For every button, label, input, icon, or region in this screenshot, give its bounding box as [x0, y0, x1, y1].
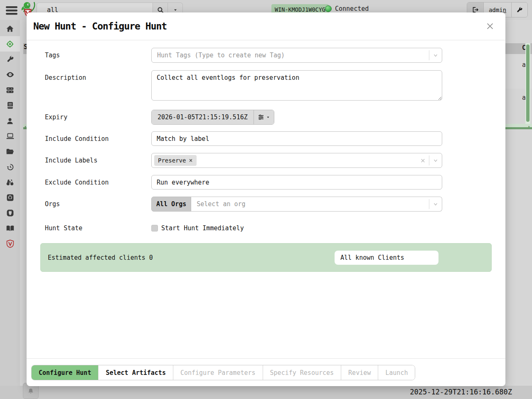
chevron-down-icon[interactable]	[429, 50, 442, 60]
table-vertical-scrollbar[interactable]	[525, 43, 530, 124]
orgs-label: Orgs	[33, 200, 151, 208]
tags-row: Tags Hunt Tags (Type to create new Tag)	[33, 48, 499, 63]
modal-footer: Configure Hunt Select Artifacts Configur…	[27, 358, 505, 386]
sidebar-item-velociraptor-brand[interactable]	[0, 236, 20, 251]
modal-close-button[interactable]	[485, 21, 495, 31]
sidebar-item-server-artifacts[interactable]	[0, 52, 20, 67]
description-row: Description Collect all eventlogs for pr…	[33, 70, 499, 102]
estimated-clients-alert: Estimated affected clients 0 All known C…	[40, 243, 492, 272]
notebook-icon	[6, 101, 14, 109]
sidebar-item-home[interactable]	[0, 21, 20, 36]
step-review[interactable]: Review	[341, 365, 378, 380]
laptop-icon	[6, 132, 15, 140]
step-select-artifacts[interactable]: Select Artifacts	[99, 365, 173, 380]
expiry-label: Expiry	[33, 113, 151, 121]
status-bar: 2025-12-29T21:16:16.680Z	[0, 386, 532, 399]
new-hunt-modal: New Hunt - Configure Hunt Tags Hunt Tags…	[27, 12, 505, 386]
include-condition-select[interactable]	[151, 131, 442, 146]
org-select[interactable]: Select an org	[191, 197, 442, 212]
settings-wrench-icon	[516, 7, 523, 13]
hunt-crosshair-icon	[6, 40, 14, 48]
estimated-clients-text: Estimated affected clients 0	[48, 254, 153, 261]
velociraptor-shield-icon	[6, 239, 14, 248]
connection-status-label: Connected	[335, 5, 369, 12]
hunt-state-label: Hunt State	[33, 224, 151, 232]
sidebar-item-search-binoculars[interactable]	[0, 175, 20, 190]
eye-icon	[6, 70, 15, 79]
remove-label-icon[interactable]	[189, 158, 193, 163]
sidebar-item-notebook[interactable]	[0, 98, 20, 113]
label-chip: Preserve	[154, 155, 197, 166]
history-icon	[6, 163, 14, 171]
exclude-condition-row: Exclude Condition	[33, 175, 499, 190]
folder-icon	[6, 148, 14, 156]
expiry-options-button[interactable]	[254, 110, 274, 124]
chevron-down-icon[interactable]	[429, 199, 442, 209]
sidebar-item-github-docs[interactable]	[0, 205, 20, 221]
binoculars-icon	[6, 178, 14, 187]
github-icon	[6, 194, 14, 202]
sidebar-item-hunt-manager[interactable]	[0, 36, 20, 52]
clear-labels-icon[interactable]	[417, 155, 429, 165]
user-icon	[6, 117, 14, 125]
step-configure-hunt[interactable]: Configure Hunt	[32, 365, 99, 380]
modal-title: New Hunt - Configure Hunt	[33, 21, 167, 32]
sidebar-item-documentation[interactable]	[0, 221, 20, 236]
all-orgs-toggle[interactable]: All Orgs	[151, 197, 191, 212]
label-chip-text: Preserve	[158, 157, 186, 164]
sidebar-item-vfs[interactable]	[0, 144, 20, 159]
hunt-tags-select[interactable]: Hunt Tags (Type to create new Tag)	[151, 48, 442, 63]
orgs-row: Orgs All Orgs Select an org	[33, 197, 499, 212]
book-open-icon	[6, 224, 15, 233]
sidebar-item-servers[interactable]	[0, 82, 20, 98]
table-horizontal-scrollbar-left[interactable]: ◂	[23, 124, 27, 129]
client-scope-pill: All known Clients	[335, 251, 438, 265]
server-time: 2025-12-29T21:16:16.680Z	[410, 388, 512, 396]
user-settings-button[interactable]	[511, 2, 527, 17]
sidebar-item-users[interactable]	[0, 113, 20, 128]
include-condition-label: Include Condition	[33, 135, 151, 143]
wrench-icon	[6, 55, 14, 63]
wizard-steps: Configure Hunt Select Artifacts Configur…	[31, 365, 415, 380]
server-icon	[6, 86, 14, 94]
step-configure-parameters[interactable]: Configure Parameters	[173, 365, 263, 380]
exclude-condition-label: Exclude Condition	[33, 179, 151, 186]
step-specify-resources[interactable]: Specify Resources	[263, 365, 342, 380]
include-labels-label: Include Labels	[33, 157, 151, 164]
github-alt-icon	[6, 209, 14, 217]
include-labels-select[interactable]: Preserve	[151, 153, 442, 168]
hamburger-menu-icon[interactable]	[5, 5, 19, 15]
exclude-condition-select[interactable]	[151, 175, 442, 190]
close-icon	[485, 22, 495, 31]
step-launch[interactable]: Launch	[378, 365, 415, 380]
table-row	[23, 54, 27, 124]
bell-icon	[27, 388, 34, 394]
include-labels-row: Include Labels Preserve	[33, 153, 499, 168]
description-textarea[interactable]: Collect all eventlogs for preservation	[151, 70, 442, 101]
sidebar-item-clients[interactable]	[0, 128, 20, 144]
expiry-datetime-button[interactable]: 2026-01-05T21:15:19.516Z	[152, 110, 254, 124]
hunt-tags-placeholder: Hunt Tags (Type to create new Tag)	[152, 52, 429, 59]
sidebar-item-notebooks-view[interactable]	[0, 67, 20, 82]
sidebar	[0, 0, 20, 399]
hunts-table-header-state: S	[23, 43, 27, 54]
tags-label: Tags	[33, 52, 151, 59]
start-hunt-checkbox[interactable]	[151, 225, 158, 232]
table-horizontal-scrollbar[interactable]: ▸	[505, 124, 532, 129]
sidebar-item-collected-history[interactable]	[0, 159, 20, 175]
expiry-row: Expiry 2026-01-05T21:15:19.516Z	[33, 110, 499, 125]
caret-down-icon	[173, 7, 178, 12]
sidebar-item-github[interactable]	[0, 190, 20, 205]
caret-down-icon	[266, 115, 270, 119]
modal-header: New Hunt - Configure Hunt	[27, 12, 505, 40]
description-label: Description	[33, 70, 151, 81]
home-icon	[6, 25, 14, 33]
connection-status: Connected	[325, 5, 369, 12]
configure-hunt-form: Tags Hunt Tags (Type to create new Tag) …	[27, 40, 505, 358]
sliders-icon	[258, 114, 264, 121]
start-hunt-checkbox-label: Start Hunt Immediately	[161, 224, 244, 232]
hunt-state-row: Hunt State Start Hunt Immediately	[33, 224, 499, 232]
chevron-down-icon[interactable]	[429, 155, 442, 165]
include-condition-row: Include Condition	[33, 131, 499, 146]
org-select-placeholder: Select an org	[191, 200, 429, 208]
